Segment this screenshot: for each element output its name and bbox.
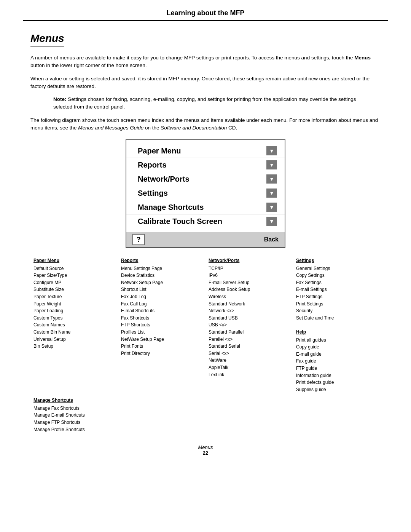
list-item: Supplies guide xyxy=(296,386,378,393)
list-item: Print defects guide xyxy=(296,379,378,386)
menu-item-manage-shortcuts[interactable]: Manage Shortcuts ▼ xyxy=(126,200,285,214)
list-item: E-mail Server Setup xyxy=(209,279,290,286)
list-item: Information guide xyxy=(296,372,378,379)
header-title: Learning about the MFP xyxy=(167,9,245,17)
footer-page-number: 22 xyxy=(30,450,381,456)
list-item: Default Source xyxy=(33,265,115,272)
ref-header-reports: Reports xyxy=(121,257,202,264)
list-item: Network <x> xyxy=(209,307,290,315)
menu-arrow-manage-shortcuts[interactable]: ▼ xyxy=(266,203,277,212)
ref-items-manage-shortcuts: Manage Fax ShortcutsManage E-mail Shortc… xyxy=(33,405,145,433)
ref-col-settings: Settings General SettingsCopy SettingsFa… xyxy=(293,257,381,393)
menu-item-paper-menu[interactable]: Paper Menu ▼ xyxy=(126,144,285,158)
menu-arrow-calibrate[interactable]: ▼ xyxy=(266,217,277,226)
list-item: E-mail Shortcuts xyxy=(121,307,202,315)
paragraph-2: When a value or setting is selected and … xyxy=(30,75,381,91)
list-item: Standard Network xyxy=(209,300,290,308)
list-item: Copy Settings xyxy=(296,272,378,279)
list-item: Security xyxy=(296,307,378,315)
list-item: Fax Call Log xyxy=(121,300,202,308)
menu-bottom-bar: ? Back xyxy=(126,232,285,247)
menu-arrow-paper-menu[interactable]: ▼ xyxy=(266,146,277,155)
list-item: Profiles List xyxy=(121,329,202,336)
ref-section-row1: Paper Menu Default SourcePaper Size/Type… xyxy=(30,257,381,393)
list-item: IPv6 xyxy=(209,272,290,279)
menu-question-btn[interactable]: ? xyxy=(132,234,145,245)
menu-arrow-network-ports[interactable]: ▼ xyxy=(266,174,277,184)
list-item: E-mail guide xyxy=(296,351,378,358)
ref-col-reports: Reports Menu Settings PageDevice Statist… xyxy=(118,257,206,357)
menu-item-label-network-ports: Network/Ports xyxy=(138,175,190,184)
menu-item-settings[interactable]: Settings ▼ xyxy=(126,186,285,200)
list-item: FTP Settings xyxy=(296,293,378,300)
list-item: General Settings xyxy=(296,265,378,272)
list-item: FTP Shortcuts xyxy=(121,321,202,329)
menu-diagram: Paper Menu ▼ Reports ▼ Network/Ports ▼ S… xyxy=(126,139,285,248)
note-block: Note: Settings chosen for faxing, scanni… xyxy=(53,96,358,111)
menu-items-list: Paper Menu ▼ Reports ▼ Network/Ports ▼ S… xyxy=(126,140,285,232)
ref-col-spacer xyxy=(148,397,381,433)
ref-items-settings: General SettingsCopy SettingsFax Setting… xyxy=(296,265,378,322)
list-item: E-mail Settings xyxy=(296,286,378,293)
list-item: Paper Loading xyxy=(33,307,115,315)
list-item: Fax Shortcuts xyxy=(121,315,202,322)
list-item: Manage Profile Shortcuts xyxy=(33,426,145,433)
paragraph-1: A number of menus are available to make … xyxy=(30,54,381,70)
list-item: Parallel <x> xyxy=(209,336,290,343)
list-item: Set Date and Time xyxy=(296,315,378,322)
list-item: Bin Setup xyxy=(33,343,115,350)
note-label: Note: xyxy=(53,96,67,102)
list-item: NetWare xyxy=(209,357,290,364)
note-text: Settings chosen for faxing, scanning, e-… xyxy=(53,96,356,110)
ref-items-network-ports: TCP/IPIPv6E-mail Server SetupAddress Boo… xyxy=(209,265,290,379)
list-item: Standard Serial xyxy=(209,343,290,350)
menu-arrow-settings[interactable]: ▼ xyxy=(266,189,277,198)
list-item: Device Statistics xyxy=(121,272,202,279)
list-item: Address Book Setup xyxy=(209,286,290,293)
list-item: Configure MP xyxy=(33,279,115,286)
list-item: Custom Types xyxy=(33,315,115,322)
list-item: Standard Parallel xyxy=(209,329,290,336)
menu-arrow-reports[interactable]: ▼ xyxy=(266,160,277,169)
list-item: Fax Job Log xyxy=(121,293,202,300)
ref-col-manage-shortcuts: Manage Shortcuts Manage Fax ShortcutsMan… xyxy=(30,397,148,433)
footer-label: Menus xyxy=(30,444,381,450)
list-item: LexLink xyxy=(209,371,290,379)
list-item: Standard USB xyxy=(209,315,290,322)
ref-section-row2: Manage Shortcuts Manage Fax ShortcutsMan… xyxy=(30,397,381,433)
list-item: Copy guide xyxy=(296,343,378,351)
menu-item-label-reports: Reports xyxy=(138,161,167,169)
menu-item-network-ports[interactable]: Network/Ports ▼ xyxy=(126,172,285,186)
list-item: Shortcut List xyxy=(121,286,202,293)
list-item: Print Directory xyxy=(121,350,202,357)
ref-col-paper-menu: Paper Menu Default SourcePaper Size/Type… xyxy=(30,257,118,350)
list-item: AppleTalk xyxy=(209,364,290,371)
list-item: Menu Settings Page xyxy=(121,265,202,272)
menu-item-calibrate[interactable]: Calibrate Touch Screen ▼ xyxy=(126,214,285,228)
list-item: Fax guide xyxy=(296,358,378,365)
list-item: Print Fonts xyxy=(121,343,202,350)
menu-back-btn[interactable]: Back xyxy=(264,236,279,243)
list-item: Manage FTP Shortcuts xyxy=(33,419,145,426)
list-item: Custom Names xyxy=(33,321,115,329)
list-item: NetWare Setup Page xyxy=(121,336,202,343)
ref-header-manage-shortcuts: Manage Shortcuts xyxy=(33,397,145,404)
menu-item-reports[interactable]: Reports ▼ xyxy=(126,158,285,172)
menu-item-label-manage-shortcuts: Manage Shortcuts xyxy=(138,203,204,212)
list-item: Paper Size/Type xyxy=(33,272,115,279)
ref-items-reports: Menu Settings PageDevice StatisticsNetwo… xyxy=(121,265,202,357)
main-content: Menus A number of menus are available to… xyxy=(0,21,411,467)
page-header: Learning about the MFP xyxy=(23,0,388,21)
page-title: Menus xyxy=(30,32,64,46)
menu-item-label-paper-menu: Paper Menu xyxy=(138,147,181,155)
list-item: Custom Bin Name xyxy=(33,329,115,336)
list-item: TCP/IP xyxy=(209,265,290,272)
page-footer: Menus 22 xyxy=(30,444,381,456)
list-item: Paper Texture xyxy=(33,293,115,300)
list-item: Print all guides xyxy=(296,337,378,344)
ref-header-network-ports: Network/Ports xyxy=(209,257,290,264)
ref-header-help: Help xyxy=(296,329,378,336)
ref-items-help: Print all guidesCopy guideE-mail guideFa… xyxy=(296,337,378,393)
list-item: Wireless xyxy=(209,293,290,300)
menu-item-label-settings: Settings xyxy=(138,189,168,198)
